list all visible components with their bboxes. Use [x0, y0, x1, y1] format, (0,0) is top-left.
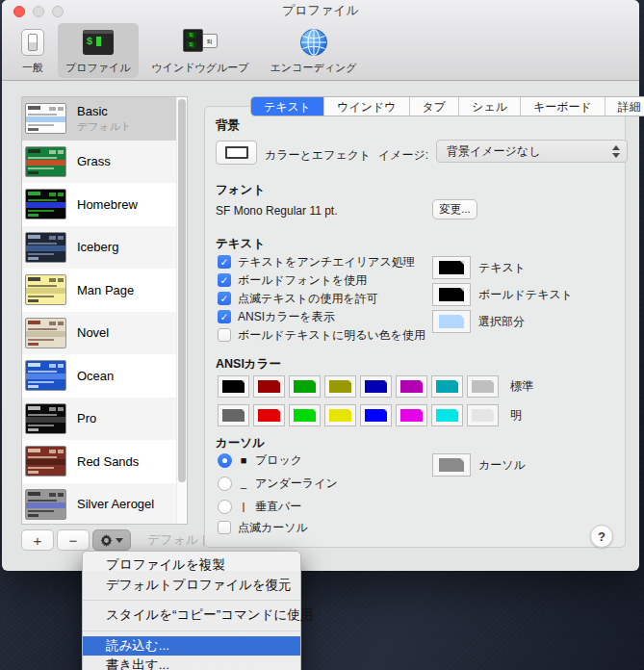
ansi-color-well[interactable]	[253, 375, 285, 398]
ansi-color-well[interactable]	[396, 404, 427, 426]
text-color-wells: テキストボールドテキスト選択部分	[432, 256, 573, 337]
cursor-well-row: カーソル	[432, 453, 526, 477]
checkbox[interactable]: ✓	[218, 255, 231, 269]
scrollbar-track[interactable]	[176, 97, 187, 524]
profile-row-iceberg[interactable]: Iceberg	[22, 226, 176, 270]
text-option-row[interactable]: ボールドテキストに明るい色を使用	[218, 327, 425, 343]
profile-name: Man Page	[77, 283, 134, 297]
menu-item[interactable]: 書き出す...	[83, 656, 300, 670]
checkbox-label: 点滅テキストの使用を許可	[238, 291, 378, 307]
help-button[interactable]: ?	[590, 525, 613, 548]
ansi-color-well[interactable]	[396, 375, 427, 398]
ansi-color-well[interactable]	[218, 375, 249, 398]
profile-row-pro[interactable]: Pro	[22, 398, 176, 441]
zoom-button[interactable]	[52, 6, 64, 17]
scrollbar-thumb[interactable]	[178, 99, 186, 482]
globe-icon	[299, 27, 328, 58]
profile-row-novel[interactable]: Novel	[22, 312, 176, 355]
radio-button[interactable]	[218, 500, 232, 514]
profile-name: Silver Aerogel	[77, 497, 154, 511]
ansi-color-well[interactable]	[360, 404, 392, 426]
ansi-color-well[interactable]	[289, 404, 321, 426]
checkbox[interactable]: ✓	[218, 292, 231, 305]
profile-thumbnail	[25, 274, 66, 305]
add-profile-button[interactable]: +	[21, 529, 54, 551]
color-well[interactable]	[432, 256, 471, 279]
close-button[interactable]	[13, 6, 25, 17]
menu-item[interactable]: デフォルトプロファイルを復元	[83, 576, 300, 596]
ansi-color-well[interactable]	[467, 375, 499, 398]
section-title-ansi: ANSIカラー	[216, 356, 281, 373]
blink-cursor-row[interactable]: 点滅カーソル	[218, 520, 308, 535]
profile-row-silver-aerogel[interactable]: Silver Aerogel	[22, 483, 176, 525]
menu-item[interactable]: 読み込む...	[83, 636, 300, 657]
toolbar-item-profiles[interactable]: $プロファイル	[58, 23, 139, 78]
change-font-button[interactable]: 変更...	[432, 199, 477, 219]
cursor-style-row[interactable]: ■ブロック	[218, 452, 338, 468]
colors-effects-button[interactable]	[216, 141, 257, 165]
profile-name: Iceberg	[77, 240, 118, 254]
profile-text: Red Sands	[77, 454, 139, 469]
tab-詳細[interactable]: 詳細	[605, 97, 644, 116]
text-option-row[interactable]: ✓ボールドフォントを使用	[218, 272, 425, 288]
tab-テキスト[interactable]: テキスト	[251, 97, 323, 116]
tab-ウインドウ[interactable]: ウインドウ	[323, 97, 408, 116]
toolbar-item-general[interactable]: 一般	[13, 23, 52, 78]
checkbox-label: ボールドフォントを使用	[238, 272, 367, 289]
section-title-font: フォント	[216, 182, 265, 198]
blink-cursor-checkbox[interactable]	[218, 521, 231, 534]
checkbox[interactable]	[218, 328, 231, 342]
toolbar-item-encodings[interactable]: エンコーディング	[263, 23, 365, 78]
text-option-row[interactable]: ✓ANSIカラーを表示	[218, 309, 425, 324]
profile-row-homebrew[interactable]: Homebrew	[22, 183, 176, 226]
profile-row-grass[interactable]: Grass	[22, 141, 176, 184]
radio-button[interactable]	[218, 477, 232, 491]
menu-item[interactable]: スタイルを“コピー”コマンドに使用	[83, 606, 300, 626]
cursor-color-well[interactable]	[432, 453, 471, 477]
profile-row-red-sands[interactable]: Red Sands	[22, 440, 176, 483]
ansi-color-swatch	[329, 409, 351, 422]
ansi-color-well[interactable]	[324, 375, 356, 398]
popup-chevrons-icon	[612, 145, 620, 158]
tab-タブ[interactable]: タブ	[409, 97, 459, 116]
profile-row-ocean[interactable]: Ocean	[22, 354, 176, 398]
cursor-style-row[interactable]: _アンダーライン	[218, 476, 338, 491]
checkbox[interactable]: ✓	[218, 310, 231, 323]
remove-profile-button[interactable]: −	[57, 529, 90, 551]
cursor-style-row[interactable]: |垂直バー	[218, 499, 338, 514]
ansi-color-well[interactable]	[360, 375, 392, 398]
toolbar-item-window-groups[interactable]: $|$|$|ウインドウグループ	[144, 23, 257, 78]
ansi-color-well[interactable]	[253, 404, 285, 426]
gear-action-button[interactable]	[92, 529, 131, 551]
text-option-row[interactable]: ✓点滅テキストの使用を許可	[218, 291, 425, 306]
checkbox[interactable]: ✓	[218, 273, 231, 287]
text-option-row[interactable]: ✓テキストをアンチエイリアス処理	[218, 254, 425, 270]
ansi-color-well[interactable]	[289, 375, 321, 398]
ansi-color-swatch	[400, 409, 423, 422]
background-image-popup[interactable]: 背景イメージなし	[436, 140, 628, 163]
terminal-icon: $	[83, 27, 114, 58]
ansi-color-well[interactable]	[324, 404, 356, 426]
menu-item[interactable]: プロファイルを複製	[83, 555, 300, 576]
profile-rows: BasicデフォルトGrassHomebrewIcebergMan PageNo…	[22, 97, 176, 524]
minimize-button[interactable]	[33, 6, 44, 17]
ansi-color-swatch	[294, 380, 316, 393]
ansi-color-rows: 標準明	[218, 375, 533, 426]
ansi-row-label: 明	[510, 407, 522, 424]
tab-キーボード[interactable]: キーボード	[520, 97, 605, 116]
ansi-color-well[interactable]	[467, 404, 499, 426]
ansi-color-swatch	[400, 380, 423, 393]
profile-thumbnail	[25, 318, 66, 348]
profile-row-basic[interactable]: Basicデフォルト	[22, 97, 176, 141]
tab-シェル[interactable]: シェル	[458, 97, 520, 116]
color-well[interactable]	[432, 310, 471, 333]
color-well[interactable]	[432, 283, 471, 306]
gear-context-menu: プロファイルを複製デフォルトプロファイルを復元スタイルを“コピー”コマンドに使用…	[82, 551, 301, 670]
cursor-color-swatch	[439, 458, 464, 472]
ansi-color-well[interactable]	[431, 404, 463, 426]
profile-row-man-page[interactable]: Man Page	[22, 269, 176, 312]
radio-button[interactable]	[218, 453, 232, 468]
ansi-color-well[interactable]	[218, 404, 249, 426]
traffic-lights	[13, 6, 64, 17]
ansi-color-well[interactable]	[431, 375, 463, 398]
